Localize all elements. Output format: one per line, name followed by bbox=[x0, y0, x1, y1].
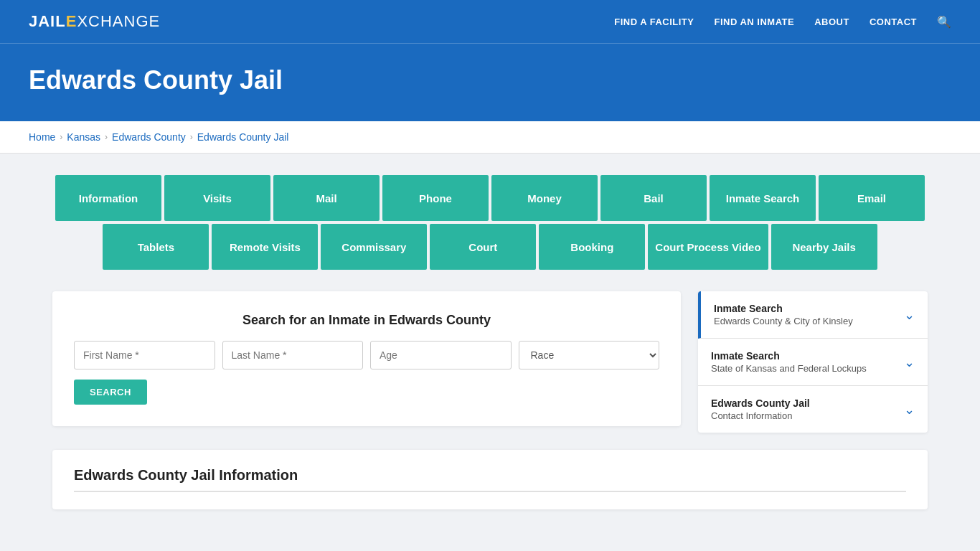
btn-commissary[interactable]: Commissary bbox=[321, 224, 427, 270]
breadcrumb-kansas[interactable]: Kansas bbox=[67, 131, 100, 143]
chevron-down-icon-2: ⌄ bbox=[904, 402, 915, 418]
search-fields: Race White Black Hispanic Asian Other bbox=[74, 341, 659, 369]
search-title: Search for an Inmate in Edwards County bbox=[74, 313, 659, 328]
btn-bail[interactable]: Bail bbox=[600, 175, 707, 221]
info-section: Edwards County Jail Information bbox=[52, 450, 928, 509]
age-input[interactable] bbox=[370, 341, 512, 369]
inmate-search-panel: Search for an Inmate in Edwards County R… bbox=[52, 291, 681, 426]
sidebar-item-text-0: Inmate Search Edwards County & City of K… bbox=[714, 303, 853, 326]
breadcrumb-sep-2: › bbox=[105, 132, 108, 142]
chevron-down-icon-1: ⌄ bbox=[904, 354, 915, 370]
breadcrumb-edwards-county-jail[interactable]: Edwards County Jail bbox=[197, 131, 289, 143]
btn-information[interactable]: Information bbox=[55, 175, 161, 221]
logo-jail: JAIL bbox=[29, 12, 66, 30]
sidebar-item-title-0: Inmate Search bbox=[714, 303, 853, 314]
first-name-input[interactable] bbox=[74, 341, 215, 369]
sidebar-item-2[interactable]: Edwards County Jail Contact Information … bbox=[698, 386, 928, 433]
last-name-input[interactable] bbox=[222, 341, 364, 369]
breadcrumb-sep-1: › bbox=[60, 132, 62, 142]
race-select[interactable]: Race White Black Hispanic Asian Other bbox=[519, 341, 660, 369]
btn-email[interactable]: Email bbox=[819, 175, 925, 221]
info-title: Edwards County Jail Information bbox=[74, 467, 906, 492]
breadcrumb: Home › Kansas › Edwards County › Edwards… bbox=[29, 131, 951, 143]
btn-booking[interactable]: Booking bbox=[539, 224, 645, 270]
sidebar-item-title-1: Inmate Search bbox=[711, 350, 867, 362]
btn-court-process-video[interactable]: Court Process Video bbox=[648, 224, 768, 270]
breadcrumb-sep-3: › bbox=[190, 132, 193, 142]
nav-about[interactable]: ABOUT bbox=[814, 17, 849, 27]
nav-find-inmate[interactable]: FIND AN INMATE bbox=[714, 17, 794, 27]
btn-nearby-jails[interactable]: Nearby Jails bbox=[771, 224, 877, 270]
sidebar-item-0[interactable]: Inmate Search Edwards County & City of K… bbox=[698, 291, 928, 339]
sidebar-item-sub-0: Edwards County & City of Kinsley bbox=[714, 316, 853, 326]
sidebar-item-text-1: Inmate Search State of Kansas and Federa… bbox=[711, 350, 867, 374]
search-icon[interactable]: 🔍 bbox=[937, 15, 951, 29]
hero-banner: Edwards County Jail bbox=[0, 43, 980, 121]
btn-remote-visits[interactable]: Remote Visits bbox=[212, 224, 318, 270]
category-button-grid: Information Visits Mail Phone Money Bail… bbox=[52, 175, 928, 270]
sidebar-item-title-2: Edwards County Jail bbox=[711, 397, 810, 409]
btn-visits[interactable]: Visits bbox=[164, 175, 270, 221]
page-title: Edwards County Jail bbox=[29, 65, 951, 95]
nav-find-facility[interactable]: FIND A FACILITY bbox=[614, 17, 694, 27]
site-logo: JAILEXCHANGE bbox=[29, 12, 160, 31]
nav-contact[interactable]: CONTACT bbox=[870, 17, 917, 27]
breadcrumb-edwards-county[interactable]: Edwards County bbox=[112, 131, 186, 143]
btn-inmate-search[interactable]: Inmate Search bbox=[710, 175, 816, 221]
sidebar-item-sub-1: State of Kansas and Federal Lockups bbox=[711, 363, 867, 374]
logo-exchange: XCHANGE bbox=[77, 12, 160, 30]
chevron-down-icon-0: ⌄ bbox=[904, 307, 915, 323]
breadcrumb-home[interactable]: Home bbox=[29, 131, 55, 143]
main-nav: FIND A FACILITY FIND AN INMATE ABOUT CON… bbox=[614, 15, 951, 29]
btn-phone[interactable]: Phone bbox=[382, 175, 489, 221]
sidebar-item-1[interactable]: Inmate Search State of Kansas and Federa… bbox=[698, 339, 928, 386]
main-content: Information Visits Mail Phone Money Bail… bbox=[24, 154, 956, 531]
logo-x: E bbox=[66, 12, 77, 30]
sidebar-item-sub-2: Contact Information bbox=[711, 410, 810, 421]
btn-tablets[interactable]: Tablets bbox=[103, 224, 209, 270]
header: JAILEXCHANGE FIND A FACILITY FIND AN INM… bbox=[0, 0, 980, 43]
btn-court[interactable]: Court bbox=[430, 224, 536, 270]
btn-money[interactable]: Money bbox=[491, 175, 598, 221]
btn-mail[interactable]: Mail bbox=[273, 175, 380, 221]
sidebar-item-text-2: Edwards County Jail Contact Information bbox=[711, 397, 810, 421]
sidebar-panel: Inmate Search Edwards County & City of K… bbox=[698, 291, 928, 433]
search-button[interactable]: SEARCH bbox=[74, 380, 147, 405]
content-row: Search for an Inmate in Edwards County R… bbox=[52, 291, 928, 433]
breadcrumb-bar: Home › Kansas › Edwards County › Edwards… bbox=[0, 121, 980, 154]
